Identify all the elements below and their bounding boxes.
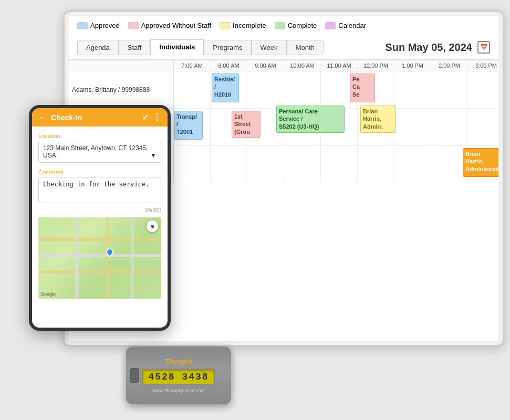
legend-label-calendar: Calendar [338,22,366,29]
device-display: 4528 3438 [142,369,215,385]
tab-agenda[interactable]: Agenda [77,40,119,55]
person-label-0: Adams, Brittany / 99998888 [69,71,174,108]
time-1000: 10:00 AM [284,60,321,71]
legend-bar: Approved Approved Without Staff Incomple… [69,16,498,35]
legend-label-incomplete: Incomplete [233,22,266,29]
slot-r3-4 [321,146,358,183]
slot-8 [468,71,498,108]
event-pe-ca-se[interactable]: PeCaSe [350,74,375,102]
tab-staff[interactable]: Staff [119,40,151,55]
legend-color-calendar [325,22,336,29]
legend-label-approved: Approved [90,22,120,29]
time-800: 8:00 AM [211,60,247,71]
time-100: 1:00 PM [394,60,431,71]
calendar-row-0: Adams, Brittany / 99998888 Reside/ /H201… [69,71,498,109]
comment-wrapper: Checking in for the service. [38,177,161,205]
mobile-body: Location 123 Main Street, Anytown, CT 12… [32,127,168,305]
time-1100: 11:00 AM [321,60,358,71]
event-brian-harris-yellow[interactable]: BrianHarris,Admin: [360,106,396,133]
event-personal-care[interactable]: Personal CareService /S5202 (U3-HQ) [276,106,345,133]
time-200: 2:00 PM [431,60,468,71]
char-count: 28/200 [38,207,161,213]
calendar-icon[interactable]: 📅 [477,41,490,54]
slot-r3-1 [211,146,247,183]
location-value: 123 Main Street, Anytown, CT 12345, USA [43,144,148,159]
slot-6 [394,71,431,108]
more-options-icon[interactable]: ⋮ [153,112,161,122]
gps-button[interactable]: ⊕ [147,220,158,232]
mobile-frame: ← Check-In ✓ ⋮ Location 123 Main Street,… [29,105,171,331]
slot-r3-3 [284,146,321,183]
slot-r3-5 [358,146,394,183]
device-button[interactable] [130,368,139,383]
date-header: Sun May 05, 2024 📅 [385,41,490,54]
legend-color-complete [275,22,285,29]
legend-color-incomplete [220,22,230,29]
tab-individuals[interactable]: Individuals [150,39,204,55]
slot-r3-0 [174,146,211,183]
tab-programs[interactable]: Programs [204,40,251,55]
time-300: 3:00 PM [468,60,498,71]
slot-7 [431,71,468,108]
row-label-header [69,60,174,71]
mobile-header: ← Check-In ✓ ⋮ [32,108,168,127]
location-label: Location [38,133,161,139]
legend-complete: Complete [275,22,317,29]
legend-calendar: Calendar [325,22,366,29]
legend-label-complete: Complete [288,22,317,29]
time-1200: 12:00 PM [358,60,394,71]
event-transport[interactable]: Transp//T2001 [174,111,203,140]
time-900: 9:00 AM [247,60,284,71]
device-brand: Therap® [165,358,193,365]
time-slots-2: BrianHarris,Administrati [174,146,498,183]
tab-month[interactable]: Month [287,40,324,55]
tab-week[interactable]: Week [252,40,287,55]
dropdown-icon[interactable]: ▼ [150,152,157,159]
map-container: ⊕ Google [38,217,161,299]
therap-device: Therap® 4528 3438 www.TherapServices.net [126,346,231,404]
time-700: 7:00 AM [174,60,211,71]
comment-label: Comment [38,169,161,175]
slot-r3-2 [247,146,284,183]
tab-navigation: Agenda Staff Individuals Programs Week M… [69,35,498,60]
check-icon[interactable]: ✓ [142,112,149,122]
slot-3 [284,71,321,108]
legend-approved-without-staff: Approved Without Staff [128,22,211,29]
comment-textarea[interactable]: Checking in for the service. [38,177,161,203]
legend-color-approved [77,22,88,29]
slot-0 [174,71,211,108]
back-icon[interactable]: ← [38,113,47,122]
legend-incomplete: Incomplete [220,22,266,29]
current-date: Sun May 05, 2024 [385,41,472,54]
legend-approved: Approved [77,22,120,29]
slot-r2-8 [468,109,498,145]
time-header-row: 7:00 AM 8:00 AM 9:00 AM 10:00 AM 11:00 A… [69,60,498,71]
map-attribution: Google [40,291,56,297]
location-input[interactable]: 123 Main Street, Anytown, CT 12345, USA … [38,141,161,163]
slot-r3-6 [394,146,431,183]
slot-r2-6 [394,109,431,145]
legend-color-approved-without-staff [128,22,139,29]
event-brian-harris-orange[interactable]: BrianHarris,Administrati [463,148,498,177]
slot-2 [247,71,284,108]
event-reside-h2016[interactable]: Reside/ /H2016 [212,74,239,102]
device-website: www.TherapServices.net [152,388,205,393]
event-1st-street[interactable]: 1stStreet(Grou [232,111,261,138]
slot-r2-7 [431,109,468,145]
time-slots-0: Reside/ /H2016 PeCaSe Personal CareServi… [174,71,498,108]
mobile-title: Check-In [51,113,82,122]
map-background: ⊕ Google [38,217,161,299]
legend-label-approved-without-staff: Approved Without Staff [141,22,211,29]
